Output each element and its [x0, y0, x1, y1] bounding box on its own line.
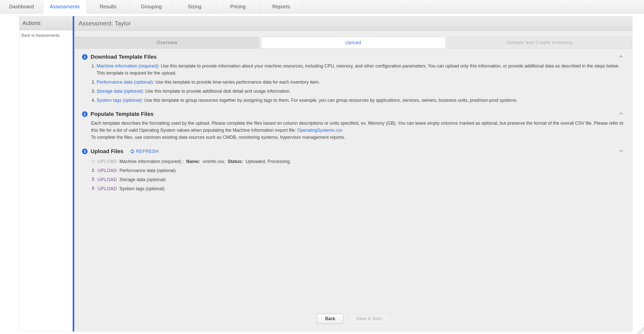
wizard-tab-validate: Validate and Create Inventory — [448, 37, 632, 49]
nav-tab-results[interactable]: Results — [87, 0, 130, 13]
operating-systems-link[interactable]: OperatingSystems.csv — [297, 128, 342, 133]
upload-desc: Machine information (required) : — [119, 158, 184, 165]
save-next-button: Save & Next — [348, 314, 390, 324]
section-upload: 3 Upload Files REFRESH UPL — [82, 148, 625, 193]
upload-row-tags: UPLOAD System tags (optional) — [91, 184, 625, 193]
storage-data-link[interactable]: Storage data (optional) — [97, 89, 143, 94]
upload-icon — [91, 186, 95, 192]
name-label: Name: — [186, 159, 200, 164]
collapse-icon[interactable] — [619, 149, 623, 154]
template-item-performance: Performance data (optional): Use this te… — [97, 79, 625, 86]
wizard-body: 1 Download Template Files Machine inform… — [74, 51, 632, 309]
wizard-tab-overview[interactable]: Overview — [75, 37, 259, 49]
content-area: Actions Back to Assessments Assessment: … — [0, 14, 644, 334]
section-title-upload: Upload Files — [91, 148, 124, 155]
upload-desc: System tags (optional) — [119, 185, 165, 192]
template-item-tags: System tags (optional): Use this templat… — [97, 97, 625, 104]
storage-data-desc: : Use this template to provide additiona… — [143, 89, 291, 94]
resize-handle-icon[interactable] — [637, 327, 644, 334]
nav-tab-pricing[interactable]: Pricing — [216, 0, 260, 13]
upload-button-performance[interactable]: UPLOAD — [98, 167, 117, 174]
footer-buttons: Back Save & Next — [74, 309, 632, 331]
system-tags-desc: : Use this template to group resources t… — [142, 98, 517, 103]
top-nav: Dashboard Assessments Results Grouping S… — [0, 0, 644, 14]
step-badge-2: 2 — [82, 111, 88, 117]
sidebar-title: Actions — [19, 16, 73, 30]
section-title-download: Download Template Files — [91, 54, 156, 60]
template-item-storage: Storage data (optional): Use this templa… — [97, 88, 625, 95]
wizard-tabs: Overview Upload Validate and Create Inve… — [75, 31, 632, 49]
status-label: Status: — [228, 159, 243, 164]
performance-data-link[interactable]: Performance data (optional) — [97, 80, 153, 85]
machine-info-desc: : Use this template to provide informati… — [97, 63, 619, 76]
nav-tab-assessments[interactable]: Assessments — [43, 0, 87, 14]
populate-paragraph-1: Each template describes the formatting u… — [91, 120, 625, 134]
section-populate: 2 Populate Template Files Each template … — [82, 111, 625, 141]
back-button[interactable]: Back — [317, 314, 343, 324]
upload-desc: Performance data (optional) — [119, 167, 176, 174]
status-value: Uploaded, Processing — [246, 158, 290, 165]
upload-button-tags[interactable]: UPLOAD — [98, 185, 117, 192]
wizard-tab-upload[interactable]: Upload — [261, 37, 445, 49]
nav-tab-dashboard[interactable]: Dashboard — [0, 0, 43, 13]
nav-tab-grouping[interactable]: Grouping — [130, 0, 173, 13]
upload-icon — [91, 168, 95, 174]
collapse-icon[interactable] — [619, 54, 623, 60]
nav-tab-sizing[interactable]: Sizing — [173, 0, 216, 13]
template-item-machine: Machine information (required): Use this… — [97, 63, 625, 77]
refresh-label: REFRESH — [136, 149, 159, 154]
page-title: Assessment: Taylor — [74, 16, 632, 31]
performance-data-desc: : Use this template to provide time-seri… — [153, 80, 320, 85]
section-download: 1 Download Template Files Machine inform… — [82, 54, 625, 104]
sidebar: Actions Back to Assessments — [19, 16, 73, 331]
upload-button-storage[interactable]: UPLOAD — [98, 176, 117, 183]
step-badge-3: 3 — [82, 149, 88, 154]
populate-paragraph-2: To complete the files, use common existi… — [91, 134, 625, 141]
upload-row-machine: UPLOAD Machine information (required) : … — [91, 157, 625, 166]
nav-tab-reports[interactable]: Reports — [260, 0, 303, 13]
step-badge-1: 1 — [82, 54, 88, 60]
upload-row-performance: UPLOAD Performance data (optional) — [91, 166, 625, 175]
file-name: vmInfo.csv, — [203, 158, 225, 165]
upload-row-storage: UPLOAD Storage data (optional) — [91, 175, 625, 184]
upload-desc: Storage data (optional) — [119, 176, 166, 183]
main-panel: Assessment: Taylor Overview Upload Valid… — [74, 16, 632, 331]
back-to-assessments-link[interactable]: Back to Assessments — [19, 30, 73, 41]
section-title-populate: Populate Template Files — [91, 111, 153, 117]
upload-icon — [91, 177, 95, 183]
upload-icon — [91, 159, 95, 165]
refresh-button[interactable]: REFRESH — [130, 149, 159, 154]
system-tags-link[interactable]: System tags (optional) — [97, 98, 142, 103]
machine-info-link[interactable]: Machine information (required) — [97, 63, 158, 69]
refresh-icon — [130, 149, 135, 154]
upload-button-machine: UPLOAD — [98, 158, 117, 165]
collapse-icon[interactable] — [619, 112, 623, 117]
